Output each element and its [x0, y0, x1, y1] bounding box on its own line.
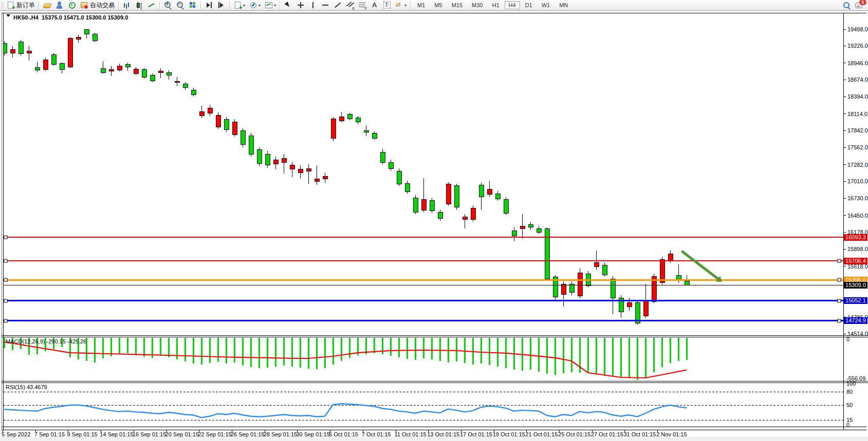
fibonacci-icon [358, 1, 366, 9]
shapes-button[interactable]: ▾ [393, 0, 409, 10]
fibonacci-button[interactable] [356, 0, 368, 10]
new-order-label: 新订单 [16, 1, 35, 10]
candlestick [224, 119, 229, 129]
line-handle[interactable] [4, 236, 7, 239]
line-chart-icon [147, 1, 156, 9]
macd-signal-value: -425.26 [67, 338, 86, 344]
cursor-button[interactable] [282, 0, 294, 10]
line-handle[interactable] [4, 319, 7, 322]
chart-canvas[interactable]: 19498.019226.018946.018674.018394.018114… [0, 0, 868, 441]
zoom-out-icon: − [176, 1, 184, 9]
candlestick [463, 217, 467, 219]
macd-bar [423, 338, 424, 358]
candlestick [578, 273, 582, 296]
signal-button[interactable] [66, 0, 78, 10]
crosshair-button[interactable] [294, 0, 307, 10]
new-order-button[interactable]: 新订单 [5, 0, 37, 11]
expert-advisor-button[interactable] [53, 0, 66, 10]
line-handle[interactable] [4, 259, 7, 262]
chevron-down-icon[interactable]: ▾ [404, 3, 407, 8]
macd-bar [258, 338, 260, 368]
macd-bar [398, 338, 400, 357]
candlestick [175, 81, 179, 83]
notification-badge: 1 [859, 0, 866, 5]
text-label-icon [383, 1, 391, 9]
autotrade-button[interactable]: 自动交易 [78, 0, 117, 11]
text-label-button[interactable] [381, 0, 393, 10]
timeframe-m15[interactable]: M15 [448, 1, 467, 9]
channel-button[interactable] [344, 0, 356, 10]
zoom-in-button[interactable]: + [162, 0, 174, 10]
timeframe-d1[interactable]: D1 [521, 1, 537, 9]
new-chart-button[interactable]: ▾ [232, 0, 247, 10]
macd-bar [324, 338, 326, 368]
highlighter-button[interactable] [41, 0, 53, 10]
macd-bar [686, 338, 688, 360]
text-button[interactable] [368, 0, 381, 10]
candlestick [438, 212, 442, 219]
macd-bar [612, 338, 614, 376]
macd-bar [94, 338, 96, 362]
collapse-icon[interactable] [6, 14, 10, 19]
time-tick-label: 16 Sep 01:15 [133, 431, 166, 437]
template-button[interactable]: ▾ [263, 0, 278, 10]
timeframe-w1[interactable]: W1 [538, 1, 555, 9]
toolbar-separator [280, 2, 280, 9]
line-chart-button[interactable] [145, 0, 158, 10]
macd-name: MACD(12,26,9) [6, 338, 45, 344]
timeframe-h1[interactable]: H1 [488, 1, 503, 9]
macd-bar [678, 338, 679, 361]
toolbar-right: 1 [840, 0, 865, 10]
price-tick-label: 16450.0 [847, 213, 868, 219]
macd-bar [571, 338, 572, 372]
line-handle[interactable] [4, 299, 7, 302]
tile-windows-button[interactable] [187, 0, 199, 10]
candlestick [282, 158, 286, 162]
chevron-down-icon[interactable]: ▾ [274, 3, 276, 8]
macd-bar [489, 338, 490, 365]
toolbar-grip [1, 2, 4, 9]
time-tick-label: 11 Oct 01:15 [395, 431, 427, 437]
trendline-button[interactable] [331, 0, 344, 10]
line-handle[interactable] [4, 278, 7, 281]
zoom-out-button[interactable]: − [174, 0, 187, 10]
vertical-line-button[interactable] [307, 0, 319, 10]
line-handle[interactable] [838, 278, 841, 281]
period-button[interactable]: ▾ [247, 0, 263, 10]
price-tick-label: 17562.0 [847, 144, 868, 150]
chat-button[interactable]: 1 [853, 0, 865, 10]
timeframe-m5[interactable]: M5 [430, 1, 446, 9]
toolbar-separator [118, 2, 119, 9]
macd-bar [497, 338, 498, 367]
candlestick-chart-button[interactable] [133, 0, 145, 10]
time-tick-label: 22 Sep 01:15 [198, 431, 231, 437]
macd-bar [637, 338, 638, 380]
timeframe-m1[interactable]: M1 [413, 1, 429, 9]
candlestick [643, 301, 648, 316]
search-button[interactable] [840, 0, 853, 10]
chevron-down-icon[interactable]: ▾ [258, 3, 261, 8]
macd-bar [620, 338, 622, 377]
line-handle[interactable] [838, 319, 841, 322]
chart-shift-button[interactable] [215, 0, 228, 10]
candlestick [109, 69, 114, 71]
chart-title: HK50-,H4 15375.0 15471.0 15300.0 15309.0 [6, 14, 128, 21]
macd-bar [382, 338, 383, 354]
candlestick [446, 184, 451, 204]
new-chart-icon [234, 1, 242, 9]
chevron-down-icon[interactable]: ▾ [243, 3, 245, 8]
time-tick-label: 2 Nov 01:15 [656, 431, 687, 437]
macd-bar [250, 338, 252, 367]
timeframe-mn[interactable]: MN [555, 1, 572, 9]
candlestick [413, 198, 418, 212]
candlestick [430, 200, 434, 211]
macd-bar [160, 338, 161, 356]
bar-chart-button[interactable] [121, 0, 133, 10]
timeframe-m30[interactable]: M30 [468, 1, 487, 9]
line-handle[interactable] [838, 259, 841, 262]
timeframe-h4[interactable]: H4 [505, 1, 520, 9]
auto-scroll-button[interactable] [203, 0, 215, 10]
macd-bar [456, 338, 457, 361]
line-handle[interactable] [838, 299, 841, 302]
horizontal-line-button[interactable] [319, 0, 331, 10]
